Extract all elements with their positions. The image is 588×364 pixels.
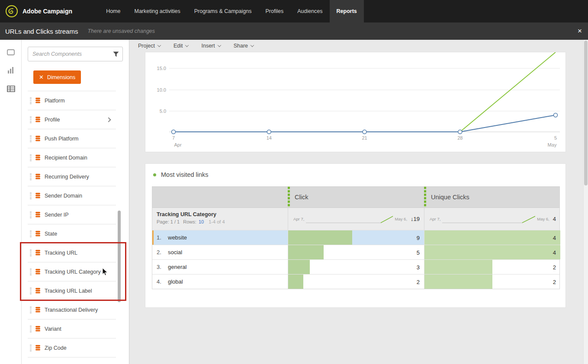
- row-label: general: [168, 264, 186, 270]
- unique-value-cell: 4: [424, 245, 560, 259]
- vertical-scrollbar-thumb[interactable]: [584, 41, 588, 185]
- click-value-cell: 9: [288, 230, 424, 245]
- top-nav-bar: Adobe Campaign Home Marketing activities…: [0, 0, 588, 22]
- chevron-down-icon: [157, 43, 161, 47]
- dimension-item-tracking-url-label[interactable]: Tracking URL Label: [28, 281, 116, 300]
- dimension-item-platform[interactable]: Platform: [28, 91, 116, 110]
- svg-text:15.0: 15.0: [157, 66, 166, 71]
- components-panel: ✕ Dimensions Platform Profile Push Platf…: [22, 40, 129, 364]
- dimension-db-icon: [35, 326, 41, 332]
- dimension-item-recipient-domain[interactable]: Recipient Domain: [28, 148, 116, 167]
- column-header-unique-clicks[interactable]: Unique Clicks: [424, 187, 560, 208]
- column-header-click[interactable]: Click: [288, 187, 424, 208]
- column-accent-strip: [288, 187, 290, 208]
- layout-icon[interactable]: [0, 45, 22, 60]
- unique-bar: [424, 230, 560, 245]
- panel-scrollbar-thumb[interactable]: [118, 211, 121, 302]
- dimension-item-sender-domain[interactable]: Sender Domain: [28, 186, 116, 205]
- unique-bar: [424, 260, 492, 274]
- dimension-item-tracking-url-category[interactable]: Tracking URL Category: [28, 262, 116, 281]
- dimension-db-icon: [35, 212, 41, 217]
- dimension-item-zip-code[interactable]: Zip Code: [28, 338, 116, 358]
- unique-clicks-series-line: [174, 115, 556, 132]
- svg-text:21: 21: [362, 135, 367, 140]
- menu-share[interactable]: Share: [230, 43, 257, 49]
- dimension-list: Platform Profile Push Platform Recipient…: [28, 91, 116, 358]
- svg-text:Apr: Apr: [174, 142, 181, 147]
- nav-item-marketing-activities[interactable]: Marketing activities: [127, 0, 187, 22]
- dimension-db-icon: [35, 136, 41, 141]
- clicks-series-line: [174, 52, 556, 132]
- unique-value-cell: 4: [424, 230, 560, 245]
- svg-text:5: 5: [554, 135, 557, 140]
- drag-handle-icon: [30, 135, 32, 142]
- table-row-global[interactable]: 4.global 2 2: [152, 274, 559, 289]
- table-row-general[interactable]: 3.general 3 2: [152, 259, 559, 274]
- drag-handle-icon: [30, 116, 32, 123]
- dimension-item-profile[interactable]: Profile: [28, 110, 116, 129]
- table-icon[interactable]: [0, 81, 22, 96]
- drag-handle-icon: [30, 154, 32, 161]
- dimension-db-icon: [35, 345, 41, 351]
- click-sparkline: [306, 215, 393, 226]
- chevron-down-icon: [251, 43, 254, 47]
- svg-text:7: 7: [172, 135, 175, 140]
- remove-filter-icon[interactable]: ✕: [39, 74, 44, 80]
- dimension-item-tracking-url[interactable]: Tracking URL: [28, 243, 116, 262]
- chip-label: Dimensions: [47, 74, 75, 80]
- report-title: URLs and Clicks streams: [5, 28, 78, 35]
- close-icon[interactable]: ×: [578, 26, 582, 36]
- y-axis-labels: 15.0 10.0 5.0: [157, 66, 166, 114]
- panel-title: Most visited links: [161, 171, 209, 178]
- nav-item-profiles[interactable]: Profiles: [258, 0, 290, 22]
- drag-handle-icon: [30, 326, 32, 332]
- nav-item-audiences[interactable]: Audiences: [290, 0, 329, 22]
- filter-icon[interactable]: [113, 51, 119, 57]
- menu-project[interactable]: Project: [135, 43, 164, 49]
- drag-handle-icon: [30, 211, 32, 218]
- dimension-db-icon: [35, 98, 41, 103]
- trend-chart: 15.0 10.0 5.0 7 14 21 28 5 Apr May: [145, 52, 566, 152]
- bar-chart-icon[interactable]: [0, 63, 22, 77]
- unsaved-changes-status: There are unsaved changes: [87, 28, 155, 34]
- brand-title: Adobe Campaign: [22, 8, 72, 15]
- table-row-social[interactable]: 2.social 5 4: [152, 245, 559, 259]
- dimension-item-push-platform[interactable]: Push Platform: [28, 129, 116, 148]
- table-row-website[interactable]: 1.website 9 4: [152, 230, 559, 245]
- dimension-item-sender-ip[interactable]: Sender IP: [28, 205, 116, 224]
- expand-chevron-icon[interactable]: [106, 117, 111, 122]
- dimension-item-state[interactable]: State: [28, 224, 116, 243]
- menu-edit[interactable]: Edit: [170, 43, 192, 49]
- dimension-item-recurring-delivery[interactable]: Recurring Delivery: [28, 167, 116, 186]
- svg-text:28: 28: [457, 135, 463, 140]
- menu-insert[interactable]: Insert: [198, 43, 224, 49]
- drag-handle-icon: [30, 230, 32, 237]
- rows-per-page-link[interactable]: 10: [199, 219, 204, 224]
- dimension-db-icon: [35, 174, 41, 179]
- dimension-item-transactional-delivery[interactable]: Transactional Delivery: [28, 300, 116, 319]
- nav-item-programs-campaigns[interactable]: Programs & Campaigns: [187, 0, 259, 22]
- row-label: website: [168, 234, 187, 241]
- dimension-db-icon: [35, 250, 41, 255]
- pagination-info: Page: 1 / 1 Rows: 10 1-4 of 4: [157, 219, 288, 224]
- row-label: global: [168, 278, 183, 285]
- vertical-scrollbar: [583, 40, 588, 364]
- nav-item-home[interactable]: Home: [99, 0, 127, 22]
- chart-gridlines: [169, 68, 560, 132]
- click-value-cell: 2: [288, 275, 424, 289]
- dimensions-filter-chip[interactable]: ✕ Dimensions: [33, 70, 81, 84]
- dimension-db-icon: [35, 193, 41, 198]
- svg-text:May: May: [548, 142, 557, 147]
- svg-text:10.0: 10.0: [157, 87, 166, 93]
- drag-handle-icon: [30, 307, 32, 313]
- dimension-item-variant[interactable]: Variant: [28, 319, 116, 338]
- click-bar: [288, 230, 352, 245]
- dimension-db-icon: [35, 288, 41, 294]
- dimension-db-icon: [35, 307, 41, 313]
- column-header-dimension: [152, 187, 288, 208]
- adobe-campaign-logo[interactable]: [5, 5, 18, 18]
- nav-item-reports[interactable]: Reports: [330, 0, 364, 22]
- search-components-input[interactable]: [28, 47, 123, 61]
- search-box: [28, 47, 123, 61]
- click-value-cell: 3: [288, 260, 424, 274]
